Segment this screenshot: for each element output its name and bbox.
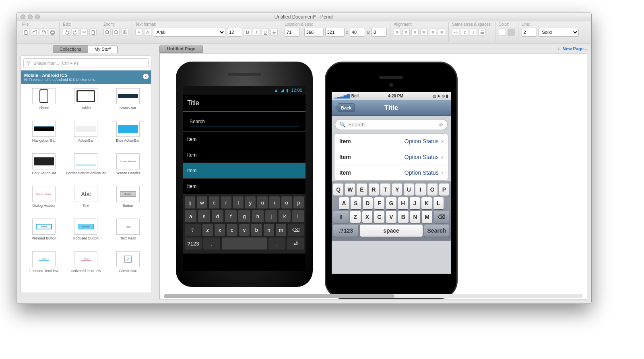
key[interactable]: U <box>404 184 414 196</box>
shape-item[interactable]: ✓Check Box <box>107 251 149 281</box>
shift-key[interactable]: ⇧ <box>333 211 349 223</box>
new-file-icon[interactable] <box>22 29 29 36</box>
line-width-input[interactable] <box>522 28 537 37</box>
key[interactable]: p <box>293 196 304 208</box>
key[interactable]: v <box>239 224 250 236</box>
shape-filter-input[interactable]: Shape filter... (Ctrl + F) <box>23 58 149 68</box>
key[interactable]: r <box>221 196 231 208</box>
android-phone-mockup[interactable]: ▲◢▮ 12:00 Title Search ItemItemItemItem … <box>176 62 313 287</box>
paste-icon[interactable] <box>89 29 97 36</box>
redo-icon[interactable] <box>72 29 79 36</box>
print-icon[interactable] <box>49 29 56 36</box>
key[interactable]: B <box>398 211 409 223</box>
align-bottom-icon[interactable]: ≡ <box>438 29 445 36</box>
key[interactable]: s <box>198 210 210 222</box>
space-key[interactable] <box>222 237 267 250</box>
iphone-search-field[interactable]: 🔍Search ⊗ <box>335 119 448 130</box>
numkey[interactable]: .?123 <box>333 225 358 237</box>
key[interactable]: Q <box>333 184 343 196</box>
align-right-icon[interactable]: ≡ <box>411 29 419 36</box>
font-size-input[interactable] <box>227 28 242 37</box>
key[interactable]: f <box>225 210 237 222</box>
shape-item[interactable]: ButtonPressed Button <box>23 219 64 249</box>
key[interactable]: P <box>439 184 449 196</box>
shape-item[interactable]: Dark ActionBar <box>23 153 64 184</box>
android-list-item[interactable]: Item <box>183 163 305 178</box>
shape-item[interactable]: Status Bar <box>107 88 149 118</box>
shape-item[interactable]: TextText Field <box>107 219 149 249</box>
iphone-list-item[interactable]: ItemOption Status › <box>334 134 448 149</box>
zoom-reset-icon[interactable] <box>112 29 120 36</box>
key[interactable]: b <box>251 224 262 236</box>
key[interactable]: j <box>265 210 277 222</box>
open-file-icon[interactable] <box>31 29 38 36</box>
key[interactable]: w <box>197 196 207 208</box>
key[interactable]: X <box>362 211 373 223</box>
key[interactable]: Y <box>392 184 402 196</box>
size-h-input[interactable] <box>350 28 365 37</box>
key[interactable]: a <box>185 210 196 222</box>
zoom-out-icon[interactable] <box>103 29 111 36</box>
shape-item[interactable]: ActionBar <box>65 121 106 151</box>
italic-icon[interactable]: I <box>253 29 260 36</box>
iphone-list-item[interactable]: ItemOption Status › <box>334 165 448 180</box>
android-list-item[interactable]: Item <box>183 178 305 194</box>
enter-key[interactable]: ⏎ <box>287 237 304 250</box>
key[interactable]: E <box>357 184 367 196</box>
key[interactable]: Z <box>350 211 361 223</box>
same-h-icon[interactable]: ⇕ <box>461 29 468 36</box>
tab-collections[interactable]: Collections <box>53 45 88 53</box>
key[interactable]: G <box>386 197 396 209</box>
iphone-mockup[interactable]: ▁▂▃▅▇ Bell 4:20 PM ◎ ➤ ⊙ ▮ Back Title 🔍S… <box>325 62 458 299</box>
key[interactable]: g <box>238 210 250 222</box>
android-list-item[interactable]: Item <box>183 147 305 163</box>
underline-icon[interactable]: U <box>262 29 269 36</box>
space-key[interactable]: space <box>360 225 423 237</box>
align-left-icon[interactable]: ≡ <box>394 29 401 36</box>
shape-item[interactable]: Screen HeaderScreen Header <box>107 153 149 184</box>
shape-item[interactable]: ButtonButton <box>107 186 149 216</box>
key[interactable]: N <box>410 211 421 223</box>
key[interactable]: A <box>339 197 349 209</box>
cut-icon[interactable]: ✂ <box>80 29 88 36</box>
key[interactable]: n <box>264 224 274 236</box>
canvas[interactable]: ▲◢▮ 12:00 Title Search ItemItemItemItem … <box>159 53 587 299</box>
align-center-icon[interactable]: ≡ <box>402 29 410 36</box>
shape-item[interactable]: Tablet <box>65 88 106 118</box>
android-search-field[interactable]: Search <box>190 117 299 126</box>
line-style-select[interactable]: Solid <box>539 28 579 37</box>
strike-icon[interactable]: S <box>270 29 278 36</box>
key[interactable]: o <box>281 196 292 208</box>
shape-item[interactable]: TextFocused TextFiew <box>23 251 64 281</box>
search-key[interactable]: Search <box>424 225 449 237</box>
key[interactable]: R <box>369 184 379 196</box>
horizontal-scrollbar[interactable] <box>164 294 583 298</box>
save-file-icon[interactable] <box>40 29 47 36</box>
iphone-list-item[interactable]: ItemOption Status › <box>334 149 448 165</box>
shape-item[interactable]: Dialog HeaderDialog Header <box>23 186 64 216</box>
shape-item[interactable]: ButtonFocused Button <box>65 219 106 249</box>
shape-item[interactable]: AbcText <box>65 186 106 216</box>
key[interactable]: k <box>279 210 290 222</box>
tab-mystuff[interactable]: My Stuff <box>88 45 118 53</box>
key[interactable]: T <box>380 184 390 196</box>
shape-item[interactable]: Blue ActionBar <box>107 121 149 151</box>
fill-color-icon[interactable] <box>499 29 506 36</box>
backspace-key[interactable]: ⌫ <box>288 224 304 236</box>
key[interactable]: y <box>245 196 256 208</box>
shape-item[interactable]: Navigation Bar <box>23 121 64 151</box>
key[interactable]: M <box>422 211 432 223</box>
size-w-input[interactable] <box>325 28 345 37</box>
space-v-icon[interactable]: ☰ <box>479 29 486 36</box>
angle-input[interactable] <box>372 28 387 37</box>
back-button[interactable]: Back <box>335 103 355 112</box>
key[interactable]: e <box>209 196 219 208</box>
shift-key[interactable]: ⇧ <box>185 224 201 236</box>
key[interactable]: q <box>185 196 195 208</box>
shape-item[interactable]: Phone <box>23 88 64 118</box>
loc-x-input[interactable] <box>285 28 300 37</box>
sym-key[interactable]: ?123 <box>185 237 202 250</box>
key[interactable]: L <box>433 197 444 209</box>
key[interactable]: F <box>374 197 384 209</box>
android-list-item[interactable]: Item <box>183 131 305 147</box>
